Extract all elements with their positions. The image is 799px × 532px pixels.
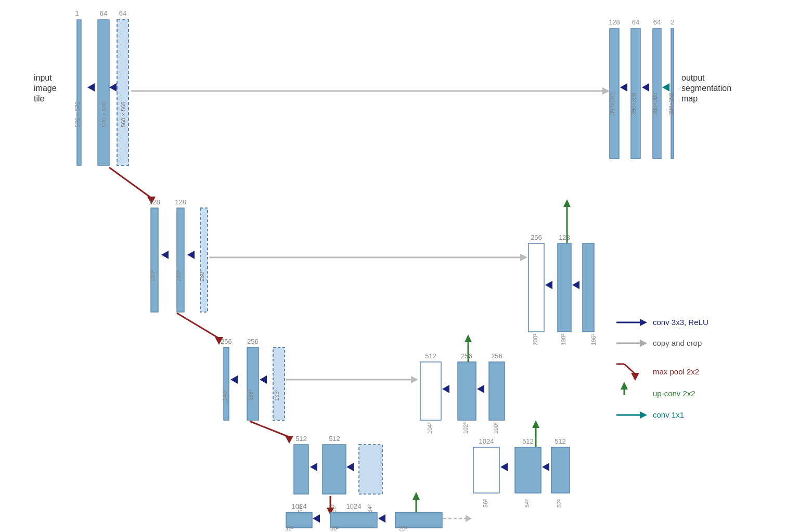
svg-marker-68 xyxy=(413,492,420,500)
svg-text:200²: 200² xyxy=(532,334,538,345)
svg-marker-142 xyxy=(640,411,647,419)
svg-marker-94 xyxy=(465,334,472,342)
svg-text:512: 512 xyxy=(522,437,534,445)
svg-text:output: output xyxy=(681,73,705,82)
svg-text:64: 64 xyxy=(653,18,661,26)
svg-rect-107 xyxy=(610,29,619,159)
svg-text:max pool 2x2: max pool 2x2 xyxy=(653,367,699,376)
svg-text:284²: 284² xyxy=(149,270,156,281)
svg-marker-38 xyxy=(260,375,267,384)
svg-rect-2 xyxy=(117,20,128,165)
svg-marker-132 xyxy=(640,340,647,347)
svg-marker-24 xyxy=(187,251,195,259)
svg-rect-95 xyxy=(529,243,544,332)
svg-marker-120 xyxy=(642,83,649,92)
svg-rect-45 xyxy=(359,445,382,494)
svg-text:1: 1 xyxy=(75,9,79,17)
svg-text:512: 512 xyxy=(425,352,436,360)
svg-marker-9 xyxy=(87,83,95,92)
svg-text:54²: 54² xyxy=(524,499,530,508)
svg-rect-17 xyxy=(200,208,208,312)
svg-marker-23 xyxy=(161,251,169,259)
svg-line-41 xyxy=(250,421,289,437)
svg-text:64: 64 xyxy=(119,9,126,17)
svg-text:136²: 136² xyxy=(274,390,280,401)
svg-text:104²: 104² xyxy=(427,422,433,434)
svg-text:388×388: 388×388 xyxy=(668,93,674,115)
svg-rect-96 xyxy=(558,243,571,332)
svg-text:conv 3x3, ReLU: conv 3x3, ReLU xyxy=(653,318,708,327)
svg-text:64: 64 xyxy=(100,9,107,17)
svg-text:segmentation: segmentation xyxy=(681,84,731,93)
unet-diagram: 1 64 64 572 × 572 570 × 570 568 × 568 12… xyxy=(0,0,799,532)
svg-text:2: 2 xyxy=(671,18,674,26)
svg-text:390×390: 390×390 xyxy=(630,93,637,115)
svg-text:138²: 138² xyxy=(248,390,254,401)
svg-text:256: 256 xyxy=(531,233,542,241)
svg-rect-43 xyxy=(294,445,308,494)
svg-marker-129 xyxy=(640,319,647,326)
svg-text:392×392: 392×392 xyxy=(609,93,615,115)
svg-text:1024: 1024 xyxy=(479,437,494,445)
svg-marker-119 xyxy=(620,83,627,92)
svg-text:conv 1x1: conv 1x1 xyxy=(653,410,684,419)
svg-text:256: 256 xyxy=(491,352,502,360)
svg-rect-29 xyxy=(224,347,229,420)
svg-rect-1 xyxy=(98,20,109,165)
svg-text:256: 256 xyxy=(461,352,472,360)
svg-marker-10 xyxy=(109,83,117,92)
svg-line-27 xyxy=(177,313,218,338)
svg-rect-31 xyxy=(273,347,285,420)
svg-text:198²: 198² xyxy=(560,334,566,345)
svg-text:102²: 102² xyxy=(462,422,469,434)
svg-line-135 xyxy=(624,364,635,373)
svg-text:66²: 66² xyxy=(330,504,337,513)
svg-rect-15 xyxy=(151,208,158,312)
svg-text:388×388: 388×388 xyxy=(652,93,658,115)
svg-text:52²: 52² xyxy=(556,499,562,508)
svg-text:64: 64 xyxy=(632,18,639,26)
svg-text:128: 128 xyxy=(175,198,186,206)
svg-marker-51 xyxy=(310,463,317,471)
svg-rect-97 xyxy=(583,243,594,332)
svg-marker-81 xyxy=(532,420,539,428)
svg-rect-108 xyxy=(631,29,640,159)
svg-rect-83 xyxy=(458,362,476,420)
svg-rect-70 xyxy=(515,447,541,493)
svg-marker-78 xyxy=(500,463,508,471)
svg-rect-110 xyxy=(671,29,674,159)
svg-marker-79 xyxy=(542,463,549,471)
svg-marker-121 xyxy=(662,83,669,92)
svg-text:572 × 572: 572 × 572 xyxy=(74,101,81,127)
svg-text:140²: 140² xyxy=(222,390,228,401)
svg-text:map: map xyxy=(681,94,698,103)
svg-rect-57 xyxy=(395,512,442,528)
svg-marker-12 xyxy=(602,87,610,95)
svg-marker-26 xyxy=(520,254,527,261)
svg-marker-103 xyxy=(545,281,552,289)
svg-marker-54 xyxy=(327,508,334,515)
svg-marker-92 xyxy=(477,385,484,393)
diagram-svg: 1 64 64 572 × 572 570 × 570 568 × 568 12… xyxy=(0,0,799,532)
svg-line-13 xyxy=(109,167,151,198)
svg-text:32²: 32² xyxy=(285,525,293,531)
svg-text:570 × 570: 570 × 570 xyxy=(101,101,107,127)
svg-text:input: input xyxy=(34,73,52,82)
svg-rect-55 xyxy=(286,512,312,528)
svg-text:up-conv 2x2: up-conv 2x2 xyxy=(653,389,695,398)
svg-marker-52 xyxy=(346,463,354,471)
svg-text:128: 128 xyxy=(609,18,620,26)
svg-rect-0 xyxy=(77,20,81,165)
svg-text:tile: tile xyxy=(34,94,45,103)
svg-marker-40 xyxy=(411,376,418,383)
svg-text:128: 128 xyxy=(559,233,570,241)
svg-marker-14 xyxy=(147,197,156,204)
svg-text:128: 128 xyxy=(149,198,160,206)
svg-marker-66 xyxy=(466,515,472,522)
svg-text:100²: 100² xyxy=(493,422,499,434)
svg-marker-37 xyxy=(230,375,238,384)
svg-text:28²: 28² xyxy=(399,525,407,531)
svg-marker-104 xyxy=(572,281,579,289)
svg-rect-30 xyxy=(247,347,259,420)
svg-rect-82 xyxy=(420,362,441,420)
